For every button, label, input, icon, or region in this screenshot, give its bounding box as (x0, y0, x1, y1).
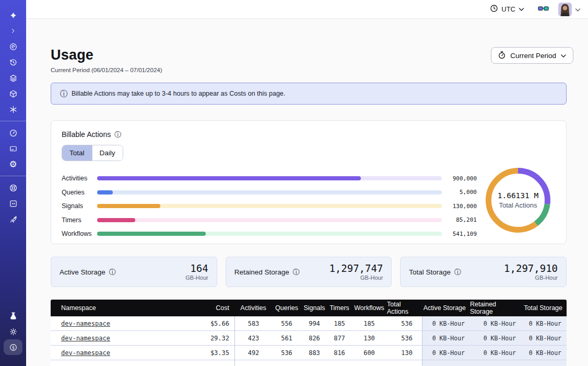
donut-total-value: 1.66131 M (498, 191, 539, 200)
bar-label: Activities (62, 175, 97, 182)
chevron-down-icon (519, 5, 524, 13)
sidebar-item-labs-flask[interactable] (0, 308, 26, 324)
sidebar-item-namespaces-spiral[interactable] (0, 39, 26, 54)
user-menu[interactable] (558, 3, 581, 16)
info-icon[interactable]: ⓘ (293, 269, 300, 276)
info-icon: ⓘ (60, 90, 67, 97)
column-header-total-storage: Total Storage (521, 300, 567, 316)
column-header-namespace: Namespace (51, 300, 176, 316)
column-header-signals: Signals (301, 300, 327, 316)
storage-unit: GB-Hour (504, 274, 558, 281)
namespace-link[interactable]: dev-namespace (61, 335, 110, 342)
table-cell (234, 360, 272, 366)
sidebar-item-usage-dollar[interactable]: $ (0, 339, 26, 355)
tab-total[interactable]: Total (62, 145, 92, 161)
table-row: dev-namespace$3.354925368838166001300 KB… (51, 346, 567, 360)
column-header-active-storage: Active Storage (422, 300, 470, 316)
bar-fill (97, 232, 206, 236)
info-icon[interactable]: ⓘ (109, 269, 116, 276)
sidebar-item-support-lifebuoy[interactable] (0, 180, 26, 196)
sidebar-item-theme-sun[interactable] (0, 324, 26, 339)
table-cell: 130 (387, 346, 422, 360)
chevron-down-icon (560, 52, 567, 60)
column-header-activities: Activities (234, 300, 272, 316)
sidebar-item-history-clock[interactable] (0, 54, 26, 70)
chevron-down-icon (575, 5, 581, 14)
sidebar-item-rocket[interactable] (0, 211, 26, 227)
sidebar-item-feedback-monitor[interactable] (0, 196, 26, 211)
table-cell: 185 (327, 316, 351, 330)
table-row: dev-namespace29.324235618268771305360 KB… (51, 331, 567, 346)
preview-glasses-toggle[interactable] (538, 5, 549, 14)
table-row-partial (51, 360, 567, 366)
bar-label: Workflows (62, 230, 97, 237)
namespace-link[interactable]: dev-namespace (61, 349, 110, 357)
table-cell: 0 KB-Hour (470, 316, 521, 330)
bar-label: Timers (62, 216, 97, 224)
table-cell: 0 KB-Hour (422, 331, 470, 345)
table-cell: $5.66 (176, 316, 234, 330)
bar-track (97, 218, 442, 222)
billable-actions-card: Billable Actions ⓘ TotalDaily Activities… (51, 120, 567, 244)
storage-label: Active Storage (60, 268, 105, 276)
namespace-usage-table: NamespaceCostActivitiesQueriesSignalsTim… (51, 300, 567, 366)
bar-label: Signals (62, 202, 97, 210)
bar-label: Queries (62, 189, 97, 196)
table-cell: 816 (327, 346, 351, 360)
labs-flask-icon (9, 312, 18, 321)
table-cell (470, 360, 521, 366)
sidebar-item-layers[interactable] (0, 70, 26, 86)
total-actions-donut: 1.66131 M Total Actions (486, 168, 550, 233)
storage-value: 164 (185, 263, 208, 274)
table-cell: 130 (351, 331, 387, 345)
bar-row-queries: Queries5,000 (62, 186, 477, 200)
timezone-selector[interactable]: UTC (490, 4, 524, 14)
namespace-link[interactable]: dev-namespace (61, 320, 110, 327)
bar-row-activities: Activities900,000 (62, 171, 477, 186)
table-cell: 0 KB-Hour (470, 346, 521, 360)
sidebar-item-usage-gauge[interactable] (0, 125, 26, 141)
sidebar-item-chevron-right[interactable] (0, 23, 26, 39)
storage-value: 1,297,747 (329, 263, 383, 274)
bar-track (97, 190, 442, 195)
table-cell: 423 (234, 331, 272, 345)
sidebar-item-billing-card[interactable] (0, 141, 26, 156)
table-cell: 994 (301, 316, 327, 330)
bar-track (97, 204, 442, 208)
info-icon[interactable]: ⓘ (454, 269, 461, 276)
usage-gauge-icon (9, 129, 18, 138)
svg-text:$: $ (11, 345, 14, 350)
sidebar-selected-highlight: $ (4, 339, 22, 355)
storage-value: 1,297,910 (504, 263, 558, 274)
page-subtitle: Current Period (06/01/2024 – 07/01/2024) (51, 67, 567, 73)
info-icon[interactable]: ⓘ (114, 131, 121, 138)
sidebar-item-temporal-logo[interactable] (0, 7, 26, 23)
period-selector-button[interactable]: Current Period (491, 47, 573, 64)
storage-card-active-storage: Active Storageⓘ164GB-Hour (51, 257, 217, 287)
sidebar-item-cube[interactable] (0, 86, 26, 101)
table-cell (176, 360, 234, 366)
cube-icon (9, 89, 18, 98)
table-cell: 536 (272, 346, 301, 360)
column-header-retained-storage: Retained Storage (470, 300, 521, 316)
clock-icon (490, 4, 498, 14)
table-cell: 0 KB-Hour (521, 346, 567, 360)
bar-value: 541,109 (442, 231, 477, 237)
sidebar-item-nexus-asterisk[interactable] (0, 101, 26, 117)
table-cell: 583 (234, 316, 272, 330)
sidebar-item-settings-gear[interactable]: ⚙ (0, 156, 26, 172)
storage-card-total-storage: Total Storageⓘ1,297,910GB-Hour (400, 257, 567, 287)
support-lifebuoy-icon (9, 184, 18, 192)
table-cell: 0 KB-Hour (422, 346, 470, 360)
storage-unit: GB-Hour (185, 274, 208, 281)
column-header-total-actions: Total Actions (387, 300, 422, 316)
banner-text: Billable Actions may take up to 3-4 hour… (72, 90, 285, 97)
sidebar: ⚙$ (0, 0, 26, 366)
billable-actions-title: Billable Actions (62, 130, 111, 139)
table-cell: 877 (327, 331, 351, 345)
table-cell (351, 360, 387, 366)
table-cell (51, 360, 176, 366)
tab-daily[interactable]: Daily (92, 145, 123, 161)
bar-value: 130,000 (442, 203, 477, 210)
table-cell (521, 360, 567, 366)
